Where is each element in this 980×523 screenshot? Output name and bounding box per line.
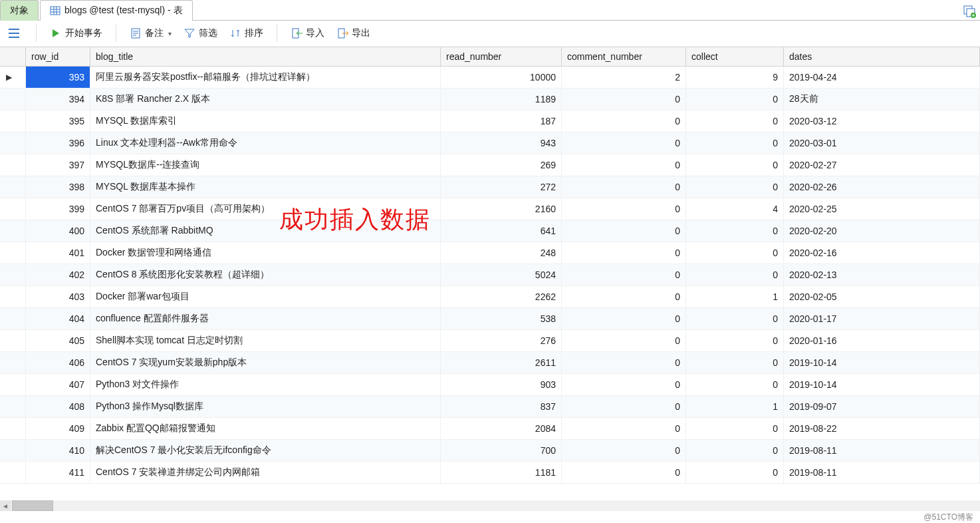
column-read-number[interactable]: read_number	[441, 47, 562, 66]
cell-collect[interactable]: 0	[686, 308, 784, 329]
cell-read-number[interactable]: 538	[441, 308, 562, 329]
cell-comment-number[interactable]: 0	[562, 418, 686, 439]
cell-read-number[interactable]: 943	[441, 132, 562, 154]
cell-read-number[interactable]: 269	[441, 154, 562, 176]
cell-row-id[interactable]: 395	[26, 110, 90, 132]
cell-row-id[interactable]: 406	[26, 352, 90, 373]
cell-row-id[interactable]: 396	[26, 132, 90, 154]
cell-row-id[interactable]: 404	[26, 308, 90, 329]
cell-collect[interactable]: 1	[686, 286, 784, 307]
scroll-thumb[interactable]	[12, 500, 53, 511]
cell-blog-title[interactable]: Python3 操作Mysql数据库	[90, 396, 441, 417]
cell-comment-number[interactable]: 0	[562, 264, 686, 285]
table-row[interactable]: 404confluence 配置邮件服务器538002020-01-17	[0, 308, 980, 330]
cell-dates[interactable]: 2020-01-17	[784, 308, 980, 329]
cell-row-id[interactable]: 410	[26, 440, 90, 461]
cell-dates[interactable]: 2019-10-14	[784, 352, 980, 373]
cell-blog-title[interactable]: Docker 数据管理和网络通信	[90, 242, 441, 263]
cell-dates[interactable]: 2020-03-01	[784, 132, 980, 154]
cell-blog-title[interactable]: MYSQL 数据库基本操作	[90, 176, 441, 198]
cell-row-id[interactable]: 405	[26, 330, 90, 351]
cell-read-number[interactable]: 1181	[441, 462, 562, 483]
cell-dates[interactable]: 28天前	[784, 88, 980, 110]
cell-dates[interactable]: 2020-01-16	[784, 330, 980, 351]
cell-blog-title[interactable]: MYSQL 数据库索引	[90, 110, 441, 132]
cell-blog-title[interactable]: Zabbix 配置QQ邮箱报警通知	[90, 418, 441, 439]
cell-dates[interactable]: 2020-02-13	[784, 264, 980, 285]
table-row[interactable]: 399CentOS 7 部署百万pv项目（高可用架构）2160042020-02…	[0, 198, 980, 220]
cell-comment-number[interactable]: 0	[562, 110, 686, 132]
cell-dates[interactable]: 2019-08-11	[784, 462, 980, 483]
cell-read-number[interactable]: 5024	[441, 264, 562, 285]
tab-object[interactable]: 对象	[0, 0, 39, 21]
note-button[interactable]: 备注 ▾	[126, 25, 176, 41]
cell-dates[interactable]: 2019-09-07	[784, 396, 980, 417]
cell-row-id[interactable]: 400	[26, 220, 90, 242]
cell-collect[interactable]: 0	[686, 374, 784, 395]
cell-collect[interactable]: 0	[686, 176, 784, 198]
cell-read-number[interactable]: 187	[441, 110, 562, 132]
cell-collect[interactable]: 0	[686, 462, 784, 483]
cell-comment-number[interactable]: 0	[562, 462, 686, 483]
cell-comment-number[interactable]: 0	[562, 330, 686, 351]
cell-dates[interactable]: 2020-02-26	[784, 176, 980, 198]
cell-comment-number[interactable]: 2	[562, 67, 686, 88]
cell-row-id[interactable]: 394	[26, 88, 90, 110]
column-dates[interactable]: dates	[784, 47, 980, 66]
cell-dates[interactable]: 2020-03-12	[784, 110, 980, 132]
cell-collect[interactable]: 0	[686, 88, 784, 110]
cell-read-number[interactable]: 837	[441, 396, 562, 417]
cell-read-number[interactable]: 272	[441, 176, 562, 198]
cell-dates[interactable]: 2020-02-16	[784, 242, 980, 263]
table-row[interactable]: 400CentOS 系统部署 RabbitMQ641002020-02-20	[0, 220, 980, 242]
cell-read-number[interactable]: 2262	[441, 286, 562, 307]
cell-blog-title[interactable]: K8S 部署 Rancher 2.X 版本	[90, 88, 441, 110]
cell-read-number[interactable]: 641	[441, 220, 562, 242]
cell-blog-title[interactable]: CentOS 系统部署 RabbitMQ	[90, 220, 441, 242]
cell-blog-title[interactable]: 阿里云服务器安装postfix--邮箱服务（排坑过程详解）	[90, 67, 441, 88]
column-comment-number[interactable]: comment_number	[562, 47, 686, 66]
sort-button[interactable]: 排序	[225, 25, 267, 41]
cell-comment-number[interactable]: 0	[562, 374, 686, 395]
table-row[interactable]: 411CentOS 7 安装禅道并绑定公司内网邮箱1181002019-08-1…	[0, 462, 980, 484]
cell-comment-number[interactable]: 0	[562, 352, 686, 373]
table-row[interactable]: 398MYSQL 数据库基本操作272002020-02-26	[0, 176, 980, 198]
cell-read-number[interactable]: 2160	[441, 198, 562, 220]
cell-blog-title[interactable]: CentOS 7 安装禅道并绑定公司内网邮箱	[90, 462, 441, 483]
cell-read-number[interactable]: 903	[441, 374, 562, 395]
cell-comment-number[interactable]: 0	[562, 132, 686, 154]
cell-blog-title[interactable]: 解决CentOS 7 最小化安装后无ifconfig命令	[90, 440, 441, 461]
cell-dates[interactable]: 2019-10-14	[784, 374, 980, 395]
cell-comment-number[interactable]: 0	[562, 198, 686, 220]
cell-read-number[interactable]: 248	[441, 242, 562, 263]
cell-collect[interactable]: 4	[686, 198, 784, 220]
cell-dates[interactable]: 2019-08-11	[784, 440, 980, 461]
cell-row-id[interactable]: 408	[26, 396, 90, 417]
cell-dates[interactable]: 2020-02-20	[784, 220, 980, 242]
cell-row-id[interactable]: 409	[26, 418, 90, 439]
cell-comment-number[interactable]: 0	[562, 286, 686, 307]
cell-read-number[interactable]: 276	[441, 330, 562, 351]
cell-comment-number[interactable]: 0	[562, 308, 686, 329]
cell-comment-number[interactable]: 0	[562, 154, 686, 176]
cell-collect[interactable]: 0	[686, 418, 784, 439]
cell-row-id[interactable]: 399	[26, 198, 90, 220]
table-row[interactable]: 396Linux 文本处理利器--Awk常用命令943002020-03-01	[0, 132, 980, 154]
cell-comment-number[interactable]: 0	[562, 88, 686, 110]
filter-button[interactable]: 筛选	[180, 25, 221, 41]
cell-dates[interactable]: 2020-02-25	[784, 198, 980, 220]
cell-collect[interactable]: 0	[686, 440, 784, 461]
cell-comment-number[interactable]: 0	[562, 176, 686, 198]
cell-blog-title[interactable]: confluence 配置邮件服务器	[90, 308, 441, 329]
cell-blog-title[interactable]: MYSQL数据库--连接查询	[90, 154, 441, 176]
cell-collect[interactable]: 9	[686, 67, 784, 88]
cell-comment-number[interactable]: 0	[562, 440, 686, 461]
cell-comment-number[interactable]: 0	[562, 396, 686, 417]
cell-row-id[interactable]: 398	[26, 176, 90, 198]
scroll-left-icon[interactable]: ◄	[0, 500, 11, 511]
cell-dates[interactable]: 2020-02-27	[784, 154, 980, 176]
column-blog-title[interactable]: blog_title	[90, 47, 441, 66]
table-row[interactable]: 408Python3 操作Mysql数据库837012019-09-07	[0, 396, 980, 418]
cell-read-number[interactable]: 2611	[441, 352, 562, 373]
table-row[interactable]: 403Docker 部署war包项目2262012020-02-05	[0, 286, 980, 308]
